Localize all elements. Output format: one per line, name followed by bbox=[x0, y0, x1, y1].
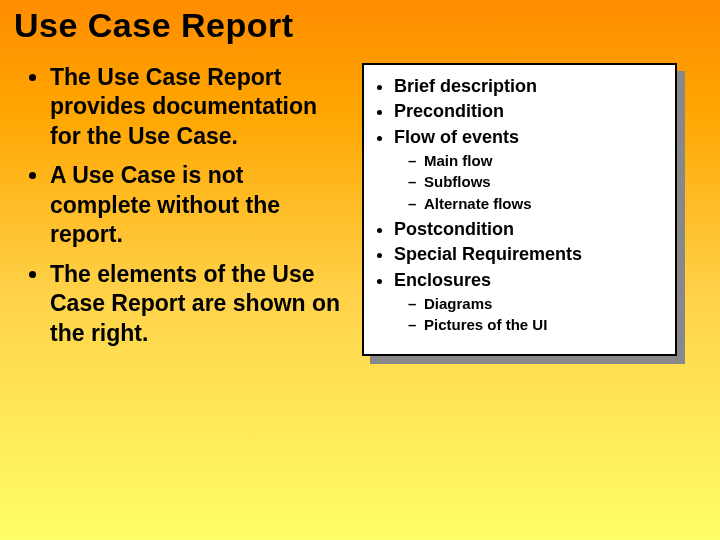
list-item: The elements of the Use Case Report are … bbox=[50, 260, 344, 348]
list-item: A Use Case is not complete without the r… bbox=[50, 161, 344, 249]
left-column: The Use Case Report provides documentati… bbox=[14, 63, 344, 358]
elements-list: Brief description Precondition Flow of e… bbox=[370, 75, 665, 336]
sub-list: Main flow Subflows Alternate flows bbox=[394, 151, 665, 214]
sub-list-item: Pictures of the UI bbox=[424, 315, 665, 335]
sub-list: Diagrams Pictures of the UI bbox=[394, 294, 665, 336]
sub-list-item: Diagrams bbox=[424, 294, 665, 314]
right-column: Brief description Precondition Flow of e… bbox=[362, 63, 677, 356]
content-columns: The Use Case Report provides documentati… bbox=[14, 63, 706, 358]
list-item: Brief description bbox=[394, 75, 665, 98]
list-item-label: Flow of events bbox=[394, 127, 519, 147]
list-item: Special Requirements bbox=[394, 243, 665, 266]
list-item: The Use Case Report provides documentati… bbox=[50, 63, 344, 151]
elements-box: Brief description Precondition Flow of e… bbox=[362, 63, 677, 356]
list-item: Postcondition bbox=[394, 218, 665, 241]
list-item-label: Enclosures bbox=[394, 270, 491, 290]
sub-list-item: Alternate flows bbox=[424, 194, 665, 214]
left-bullet-list: The Use Case Report provides documentati… bbox=[14, 63, 344, 348]
list-item: Precondition bbox=[394, 100, 665, 123]
slide: Use Case Report The Use Case Report prov… bbox=[0, 0, 720, 540]
sub-list-item: Subflows bbox=[424, 172, 665, 192]
sub-list-item: Main flow bbox=[424, 151, 665, 171]
slide-title: Use Case Report bbox=[14, 6, 706, 45]
list-item: Flow of events Main flow Subflows Altern… bbox=[394, 126, 665, 214]
list-item: Enclosures Diagrams Pictures of the UI bbox=[394, 269, 665, 336]
